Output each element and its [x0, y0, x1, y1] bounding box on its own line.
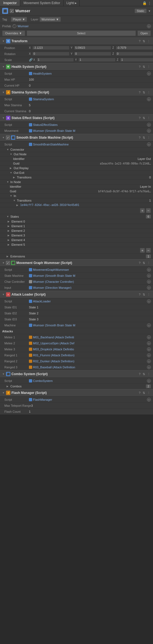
cs-help-icon[interactable]: ?	[138, 372, 141, 376]
combos-arrow[interactable]: ▶	[7, 385, 9, 388]
tab-light[interactable]: Lighti ▸	[64, 0, 80, 6]
state-1-arrow[interactable]: ▶	[8, 225, 10, 227]
fm-settings-icon[interactable]: ⇅	[142, 391, 146, 395]
status-collapse-arrow[interactable]: ▼	[2, 117, 5, 119]
al-ranged1-select[interactable]: ◎	[147, 353, 151, 357]
status-settings-icon[interactable]: ⇅	[142, 116, 146, 120]
connector-item[interactable]: ▼ Connector	[0, 147, 153, 152]
al-melee1-select[interactable]: ◎	[147, 335, 151, 339]
state-element-5[interactable]: ▶ Element 5	[0, 242, 153, 247]
fm-flash-count-value[interactable]: 1	[29, 410, 151, 413]
connector-add-btn[interactable]: +	[140, 208, 145, 213]
static-dropdown-arrow[interactable]: ▼	[148, 10, 151, 13]
health-system-header[interactable]: ▼ ✚ Health System (Script) ? ⇅ ⋮	[0, 63, 153, 71]
al-settings-icon[interactable]: ⇅	[142, 293, 146, 296]
transition-hash-arrow[interactable]: ▶	[16, 204, 19, 206]
attack-loader-header[interactable]: ▼ ⚔ Attack Loader (Script) ? ⇅ ⋮	[0, 291, 153, 298]
states-arrow[interactable]: ▼	[7, 215, 9, 218]
health-collapse-arrow[interactable]: ▼	[2, 65, 5, 68]
mg-script-select[interactable]: ◎	[147, 268, 151, 272]
states-header[interactable]: ▼ States 6	[0, 214, 153, 219]
stamina-script-select[interactable]: ◎	[147, 97, 151, 101]
al-machine-select[interactable]: ◎	[147, 323, 151, 327]
tag-dropdown[interactable]: Player ▼	[11, 17, 27, 22]
fm-more-icon[interactable]: ⋮	[147, 391, 151, 395]
cs-more-icon[interactable]: ⋮	[147, 372, 151, 376]
cs-script-select[interactable]: ◎	[147, 379, 151, 383]
al-state-id3-value[interactable]: State 3	[29, 318, 151, 321]
state-element-4[interactable]: ▶ Element 4	[0, 238, 153, 242]
sm-settings-icon[interactable]: ⇅	[142, 136, 146, 139]
transform-section-header[interactable]: ▼ ⟲ Transform ? ⇅ ⋮	[0, 37, 153, 45]
open-button[interactable]: Open	[137, 31, 151, 36]
mg-cc-select[interactable]: ◎	[147, 280, 151, 284]
max-stamina-value[interactable]: 5	[29, 104, 151, 107]
stamina-collapse-arrow[interactable]: ▼	[2, 91, 5, 94]
health-more-icon[interactable]: ⋮	[147, 65, 151, 69]
tab-movement-system-editor[interactable]: Movement System Editor	[20, 0, 64, 6]
mg-enabled-checkbox[interactable]	[6, 261, 10, 265]
states-add-btn[interactable]: +	[140, 248, 145, 253]
overrides-dropdown[interactable]: Overrides ▼	[2, 31, 25, 36]
in-item[interactable]: ▼ In	[0, 194, 153, 198]
cs-collapse-arrow[interactable]: ▼	[2, 373, 5, 375]
states-remove-btn[interactable]: −	[146, 248, 151, 253]
al-state-id2-value[interactable]: State 2	[29, 312, 151, 315]
mg-collapse-arrow[interactable]: ▼	[2, 262, 5, 264]
state-5-arrow[interactable]: ▶	[8, 243, 10, 246]
extensions-arrow[interactable]: ▶	[7, 255, 9, 258]
al-state-id1-value[interactable]: State 1	[29, 306, 151, 309]
max-hp-value[interactable]: 100	[29, 78, 151, 81]
scale-y[interactable]	[78, 58, 116, 62]
fm-script-select[interactable]: ◎	[147, 398, 151, 402]
position-z[interactable]	[116, 46, 153, 50]
current-stamina-value[interactable]: 0	[29, 110, 151, 113]
state-4-arrow[interactable]: ▶	[8, 239, 10, 241]
mg-input-select[interactable]: ◎	[147, 286, 151, 290]
al-melee2-select[interactable]: ◎	[147, 341, 151, 345]
in-transitions-arrow[interactable]: ▼	[13, 199, 16, 202]
sm-collapse-arrow[interactable]: ▼	[2, 136, 5, 139]
combos-header[interactable]: ▶ Combos 2	[0, 384, 153, 389]
health-help-icon[interactable]: ?	[138, 65, 141, 68]
transform-settings-icon[interactable]: ⇅	[142, 40, 146, 43]
al-ranged3-select[interactable]: ◎	[147, 365, 151, 369]
connector-arrow[interactable]: ▼	[7, 148, 9, 151]
connector-remove-btn[interactable]: −	[146, 208, 151, 213]
fm-max-teleport-value[interactable]: 3	[31, 404, 151, 407]
lock-icon[interactable]: 🔒	[142, 1, 147, 5]
rotation-x[interactable]	[32, 52, 70, 56]
state-3-arrow[interactable]: ▶	[8, 234, 10, 237]
in-arrow[interactable]: ▼	[10, 195, 13, 197]
position-x[interactable]	[32, 46, 70, 50]
more-options-icon[interactable]: ⋮	[148, 1, 151, 5]
al-more-icon[interactable]: ⋮	[147, 293, 151, 296]
mg-sm-select[interactable]: ◎	[147, 274, 151, 278]
fm-help-icon[interactable]: ?	[138, 391, 141, 394]
transform-more-icon[interactable]: ⋮	[147, 40, 151, 43]
sm-script-select[interactable]: ◎	[147, 142, 151, 146]
state-2-arrow[interactable]: ▶	[8, 229, 10, 232]
out-node-item[interactable]: ▼ Out Node	[0, 152, 153, 157]
state-element-3[interactable]: ▶ Element 3	[0, 233, 153, 238]
stamina-help-icon[interactable]: ?	[138, 91, 141, 94]
layer-dropdown[interactable]: Wummser ▼	[40, 17, 61, 22]
combo-system-header[interactable]: ▼ ⬛ Combo System (Script) ? ⇅ ⋮	[0, 370, 153, 378]
mg-help-icon[interactable]: ?	[138, 261, 141, 265]
in-node-arrow[interactable]: ▼	[7, 181, 9, 183]
movement-graph-header[interactable]: ▼ ⬛ Movement Graph Wummser (Script) ? ⇅ …	[0, 259, 153, 267]
al-help-icon[interactable]: ?	[138, 293, 141, 296]
current-hp-value[interactable]: 0	[29, 84, 151, 87]
scale-x[interactable]	[37, 58, 74, 62]
mg-settings-icon[interactable]: ⇅	[142, 261, 146, 265]
al-script-select[interactable]: ◎	[147, 299, 151, 303]
cs-settings-icon[interactable]: ⇅	[142, 372, 146, 376]
health-script-select[interactable]: ◎	[147, 72, 151, 75]
health-settings-icon[interactable]: ⇅	[142, 65, 146, 69]
out-node-arrow[interactable]: ▼	[10, 153, 13, 156]
status-script-select[interactable]: ◎	[147, 123, 151, 127]
stamina-system-header[interactable]: ▼ ⚡ Stamina System (Script) ? ⇅ ⋮	[0, 89, 153, 96]
status-movement-select[interactable]: ◎	[147, 129, 151, 133]
al-collapse-arrow[interactable]: ▼	[2, 293, 5, 296]
sm-enabled-checkbox[interactable]	[6, 136, 10, 139]
